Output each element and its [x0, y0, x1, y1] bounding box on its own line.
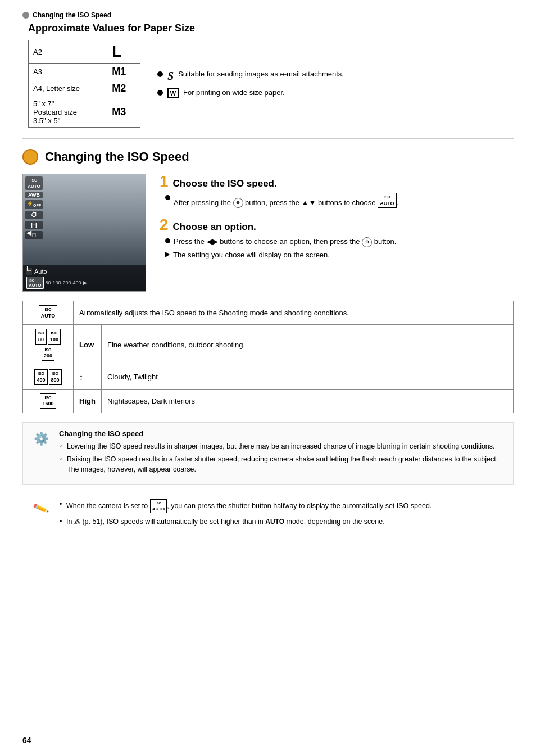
- tip-text-area: When the camera is set to ISOAUTO, you c…: [58, 499, 506, 531]
- iso-200-badge: ISO200: [42, 346, 54, 361]
- cam-iso-auto-box: ISOAUTO: [26, 277, 44, 289]
- paper-name: A4, Letter size: [29, 80, 107, 97]
- camera-screen: ISOAUTO AWB ⚡OFF ⏱ [·] □ ◀ Auto ISOAUTO …: [23, 174, 146, 291]
- iso-level-high: High: [74, 389, 102, 413]
- step-1-text: After pressing the ⊕ button, press the ▲…: [174, 193, 398, 208]
- arrow-updown-icon: ↕: [79, 373, 83, 382]
- paper-note-s: S Suitable for sending images as e-mail …: [157, 70, 344, 83]
- bullet-icon: [165, 238, 170, 243]
- size-L-label: L: [112, 43, 121, 60]
- table-row: A2 L: [29, 40, 140, 64]
- cam-iso-arrow: ▶: [83, 280, 87, 286]
- paper-notes: S Suitable for sending images as e-mail …: [157, 40, 344, 128]
- note-item-1: Lowering the ISO speed results in sharpe…: [59, 441, 505, 452]
- note-heading: Changing the ISO speed: [59, 429, 505, 438]
- cam-iso-200: 200: [63, 280, 71, 286]
- iso-icon-cell-auto: ISOAUTO: [23, 301, 74, 325]
- camera-panel: ISOAUTO AWB ⚡OFF ⏱ [·] □ ◀ Auto ISOAUTO …: [22, 174, 146, 292]
- note-icon-area: ⚙️: [31, 429, 51, 477]
- table-row: A3 M1: [29, 64, 140, 80]
- note-item-2: Raising the ISO speed results in a faste…: [59, 454, 505, 476]
- paper-size-cell: M2: [107, 80, 140, 97]
- table-row-high: ISO1600 High Nightscapes, Dark interiors: [23, 389, 514, 413]
- triangle-icon: [165, 252, 170, 257]
- cam-iso-row: ISOAUTO 80 100 200 400 ▶: [26, 277, 142, 289]
- iso-level-low: Low: [74, 325, 102, 365]
- iso-section-title: Changing the ISO Speed: [45, 150, 189, 164]
- bullet-icon: [157, 71, 163, 77]
- step-2-content: Press the ◀▶ buttons to choose an option…: [160, 236, 514, 260]
- pencil-icon: ✏️: [31, 500, 49, 517]
- paper-size-cell: M3: [107, 97, 140, 128]
- table-row-mid: ISO400 ISO800 ↕ Cloudy, Twilight: [23, 365, 514, 389]
- section-divider: [22, 138, 514, 139]
- step-1-item-1: After pressing the ⊕ button, press the ▲…: [165, 193, 514, 208]
- iso-speed-table: ISOAUTO Automatically adjusts the ISO sp…: [22, 301, 514, 413]
- s-icon: S: [167, 70, 174, 83]
- iso-80-badge: ISO80: [35, 329, 47, 344]
- steps-panel: 1 Choose the ISO speed. After pressing t…: [160, 174, 514, 292]
- tip-item-2: In ⁂ (p. 51), ISO speeds will automatica…: [58, 517, 506, 527]
- caution-icon: ⚙️: [34, 432, 49, 446]
- paper-name: A3: [29, 64, 107, 80]
- iso-badges-row: ISO80 ISO100 ISO200: [29, 329, 67, 361]
- cam-iso-100: 100: [53, 280, 61, 286]
- paper-name: A2: [29, 40, 107, 64]
- scene-icon: ⁂: [74, 518, 80, 525]
- w-icon: W: [167, 88, 179, 98]
- iso-description-high: Nightscapes, Dark interiors: [102, 389, 514, 413]
- iso-description-mid: Cloudy, Twilight: [102, 365, 514, 389]
- iso-badges-row-mid: ISO400 ISO800: [29, 369, 67, 384]
- iso-800-badge: ISO800: [49, 369, 62, 384]
- cam-iso-400: 400: [73, 280, 81, 286]
- table-row-auto: ISOAUTO Automatically adjusts the ISO sp…: [23, 301, 514, 325]
- step-2-heading: 2 Choose an option.: [160, 217, 514, 233]
- page-number: 64: [22, 736, 31, 745]
- cam-bottom-bar: Auto ISOAUTO 80 100 200 400 ▶: [23, 265, 146, 291]
- note-items: Lowering the ISO speed results in sharpe…: [59, 441, 505, 475]
- main-content: ISOAUTO AWB ⚡OFF ⏱ [·] □ ◀ Auto ISOAUTO …: [22, 174, 514, 292]
- iso-auto-badge-table: ISOAUTO: [39, 305, 57, 320]
- iso-section-heading: Changing the ISO Speed: [22, 149, 514, 165]
- cam-timer-icon: ⏱: [25, 211, 43, 219]
- size-M3-label: M3: [112, 106, 126, 117]
- iso-icon-cell-high: ISO1600: [23, 389, 74, 413]
- size-M2-label: M2: [112, 83, 126, 94]
- tip-box: ✏️ When the camera is set to ISOAUTO, yo…: [22, 492, 514, 537]
- paper-size-cell: M1: [107, 64, 140, 80]
- table-row: A4, Letter size M2: [29, 80, 140, 97]
- iso-level-mid: ↕: [74, 365, 102, 389]
- iso-auto-badge: ISOAUTO: [378, 193, 396, 208]
- cam-iso-auto-icon: ISOAUTO: [25, 176, 43, 190]
- iso-400-badge: ISO400: [34, 369, 47, 384]
- paper-name: 5" x 7"Postcard size3.5" x 5": [29, 97, 107, 128]
- step-2-text-2: The setting you chose will display on th…: [173, 250, 330, 261]
- tip-icon-area: ✏️: [30, 499, 51, 531]
- step-2-text-1: Press the ◀▶ buttons to choose an option…: [174, 236, 396, 247]
- iso-note-box: ⚙️ Changing the ISO speed Lowering the I…: [22, 422, 514, 485]
- func-button-icon-2: ⊕: [362, 237, 372, 247]
- cam-l-indicator: L: [26, 264, 31, 273]
- cam-awb-icon: AWB: [25, 192, 43, 199]
- step-2-item-2: The setting you chose will display on th…: [165, 250, 514, 261]
- table-row: 5" x 7"Postcard size3.5" x 5" M3: [29, 97, 140, 128]
- bullet-icon: [165, 195, 170, 200]
- iso-icon-cell-low: ISO80 ISO100 ISO200: [23, 325, 74, 365]
- paper-note-s-text: Suitable for sending images as e-mail at…: [178, 70, 344, 78]
- paper-note-w-text: For printing on wide size paper.: [183, 88, 285, 97]
- step-2: 2 Choose an option. Press the ◀▶ buttons…: [160, 217, 514, 260]
- table-row-low: ISO80 ISO100 ISO200 Low Fine weather con…: [23, 325, 514, 365]
- cam-auto-row: Auto: [26, 268, 142, 275]
- func-button-icon: ⊕: [233, 198, 243, 208]
- iso-auto-badge-tip: ISOAUTO: [150, 499, 167, 513]
- cam-flash-off-icon: ⚡OFF: [25, 200, 43, 209]
- iso-heading-circle-icon: [22, 149, 38, 165]
- paper-size-cell: L: [107, 40, 140, 64]
- top-label: Changing the ISO Speed: [22, 11, 514, 19]
- iso-icon-cell-mid: ISO400 ISO800: [23, 365, 74, 389]
- iso-100-badge: ISO100: [48, 329, 61, 344]
- paper-note-w: W For printing on wide size paper.: [157, 88, 344, 98]
- top-label-text: Changing the ISO Speed: [33, 11, 111, 19]
- auto-mode-label: AUTO: [265, 518, 284, 526]
- size-M1-label: M1: [112, 66, 126, 77]
